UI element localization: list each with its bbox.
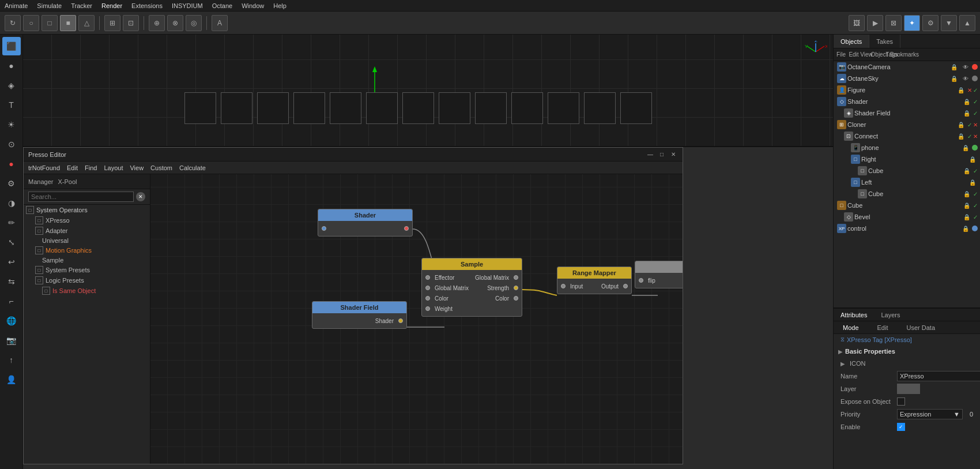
obj-row-bevel[interactable]: ◇ Bevel 🔒 ✓ [834, 211, 980, 223]
layer-color-field[interactable] [897, 384, 920, 394]
tree-universal[interactable]: Universal [24, 236, 150, 245]
enable-checkbox[interactable]: ✓ [897, 423, 905, 431]
sub-tab-edit[interactable]: Edit [870, 324, 895, 331]
tree-sample[interactable]: Sample [24, 256, 150, 265]
obj-row-octane-camera[interactable]: 📷 OctaneCamera 🔒 👁 [834, 61, 980, 73]
tab-layers[interactable]: Layers [874, 309, 907, 321]
sub-tab-mode[interactable]: Mode [836, 324, 866, 331]
sidebar-sun-icon[interactable]: ☀ [2, 115, 21, 134]
obj-row-connect[interactable]: ⊡ Connect 🔒 ✓ ✕ [834, 130, 980, 142]
obj-toolbar-object[interactable]: Object [874, 50, 884, 60]
menu-calculate[interactable]: Calculate [179, 164, 206, 171]
menu-edit[interactable]: Edit [67, 164, 78, 171]
sidebar-flip-icon[interactable]: ⇆ [2, 272, 21, 291]
menu-octane[interactable]: Octane [212, 2, 232, 9]
menu-insydium[interactable]: INSYDIUM [172, 2, 203, 9]
sidebar-text-icon[interactable]: T [2, 96, 21, 114]
toolbar-btn-rect[interactable]: ⊡ [123, 15, 139, 31]
toolbar-arrow-up[interactable]: ▲ [959, 15, 975, 31]
sidebar-figure-icon[interactable]: 👤 [2, 370, 21, 389]
menu-animate[interactable]: Animate [5, 2, 28, 9]
minimize-button[interactable]: — [646, 150, 655, 159]
obj-row-phone[interactable]: 📱 phone 🔒 [834, 142, 980, 153]
menu-view[interactable]: View [130, 164, 144, 171]
tab-objects[interactable]: Objects [834, 35, 869, 48]
node-sample[interactable]: Sample Effector Global Matrix [421, 258, 522, 317]
toolbar-btn-text[interactable]: A [212, 15, 228, 31]
sidebar-circle-icon[interactable]: ⊙ [2, 135, 21, 153]
obj-row-shader-field[interactable]: ◈ Shader Field 🔒 ✓ [834, 107, 980, 119]
toolbar-arrow-down[interactable]: ▼ [941, 15, 957, 31]
node-control[interactable]: control flip flip [635, 261, 683, 288]
obj-row-octane-sky[interactable]: ☁ OctaneSky 🔒 👁 [834, 73, 980, 84]
obj-toolbar-bookmarks[interactable]: Bookmarks [899, 50, 910, 60]
sidebar-arrow-icon[interactable]: ↑ [2, 351, 21, 369]
toolbar-octane-icon[interactable]: ✦ [904, 15, 920, 31]
toolbar-btn-active[interactable]: ■ [60, 15, 76, 31]
sidebar-cube-icon[interactable]: ◈ [2, 76, 21, 95]
sidebar-camera-icon[interactable]: 📷 [2, 331, 21, 350]
obj-row-cloner[interactable]: ⊞ Cloner 🔒 ✓ ✕ [834, 119, 980, 130]
tree-logic-presets[interactable]: □ Logic Presets [24, 275, 150, 286]
toolbar-btn-snapping[interactable]: ⊕ [149, 15, 165, 31]
toolbar-btn-move[interactable]: ○ [23, 15, 39, 31]
menu-find[interactable]: Find [85, 164, 97, 171]
obj-row-shader[interactable]: ◇ Shader 🔒 ✓ [834, 96, 980, 107]
node-shader[interactable]: Shader [318, 209, 413, 237]
tree-adapter[interactable]: □ Adapter [24, 226, 150, 236]
sidebar-viewport-icon[interactable]: ⬛ [2, 37, 21, 55]
menu-custom[interactable]: Custom [150, 164, 172, 171]
menu-window[interactable]: Window [242, 2, 264, 9]
tree-xpresso[interactable]: □ XPresso [24, 215, 150, 226]
menu-help[interactable]: Help [273, 2, 287, 9]
sidebar-pen-icon[interactable]: ✏ [2, 213, 21, 232]
menu-render[interactable]: Render [101, 2, 122, 9]
toolbar-render-viewport[interactable]: ▶ [867, 15, 883, 31]
tree-motion-graphics[interactable]: □ Motion Graphics [24, 245, 150, 256]
sidebar-globe-icon[interactable]: 🌐 [2, 312, 21, 330]
tab-takes[interactable]: Takes [869, 35, 900, 48]
tree-system-presets[interactable]: □ System Presets [24, 265, 150, 275]
toolbar-btn-target[interactable]: ⊗ [167, 15, 183, 31]
node-shader-field[interactable]: Shader Field Shader [312, 301, 407, 329]
tree-is-same-object[interactable]: □ Is Same Object [24, 286, 150, 296]
sidebar-record-icon[interactable]: ● [2, 155, 21, 173]
toolbar-btn-grid[interactable]: ⊞ [104, 15, 120, 31]
menu-layout[interactable]: Layout [104, 164, 123, 171]
tab-attributes[interactable]: Attributes [834, 309, 874, 321]
sidebar-corner-icon[interactable]: ⌐ [2, 292, 21, 310]
toolbar-btn-rotate[interactable]: ↻ [5, 15, 21, 31]
maximize-button[interactable]: □ [657, 150, 666, 159]
obj-toolbar-file[interactable]: File [836, 50, 846, 60]
clear-search-button[interactable]: ✕ [136, 192, 145, 201]
sidebar-undo-icon[interactable]: ↩ [2, 253, 21, 271]
sidebar-gear-icon[interactable]: ⚙ [2, 174, 21, 193]
viewport-3d[interactable]: OctaneCamera 📷 X Y Z [23, 35, 833, 147]
obj-row-cube-top[interactable]: □ Cube 🔒 ✓ [834, 200, 980, 211]
obj-row-right[interactable]: □ Right 🔒 [834, 153, 980, 165]
obj-toolbar-view[interactable]: View [861, 50, 872, 60]
name-input[interactable] [897, 371, 980, 381]
obj-toolbar-edit[interactable]: Edit [849, 50, 859, 60]
obj-row-cube-left[interactable]: □ Cube 🔒 ✓ [834, 188, 980, 200]
sub-tab-user-data[interactable]: User Data [900, 324, 943, 331]
search-input[interactable] [28, 192, 134, 202]
close-button[interactable]: ✕ [669, 150, 678, 159]
sidebar-scale-icon[interactable]: ⤡ [2, 233, 21, 252]
toolbar-btn-circle[interactable]: ◎ [186, 15, 202, 31]
menu-simulate[interactable]: Simulate [37, 2, 62, 9]
menu-extensions[interactable]: Extensions [131, 2, 163, 9]
menu-tracker[interactable]: Tracker [71, 2, 92, 9]
toolbar-btn-scale[interactable]: □ [42, 15, 58, 31]
node-range-mapper[interactable]: Range Mapper Input Output [557, 267, 632, 294]
obj-row-cube-right[interactable]: □ Cube 🔒 ✓ [834, 165, 980, 177]
sidebar-solid-icon[interactable]: ● [2, 57, 21, 75]
tree-system-operators[interactable]: □ System Operators [24, 205, 150, 215]
obj-row-figure[interactable]: 👤 Figure 🔒 ✕ ✓ [834, 84, 980, 96]
toolbar-render-region[interactable]: ⊠ [885, 15, 902, 31]
expose-checkbox[interactable] [897, 397, 905, 406]
node-canvas[interactable]: XGroup ⌂ ✕ [150, 174, 683, 464]
sidebar-half-circle-icon[interactable]: ◑ [2, 194, 21, 212]
toolbar-render-to-picture[interactable]: 🖼 [849, 15, 865, 31]
obj-row-left[interactable]: □ Left 🔒 [834, 177, 980, 188]
